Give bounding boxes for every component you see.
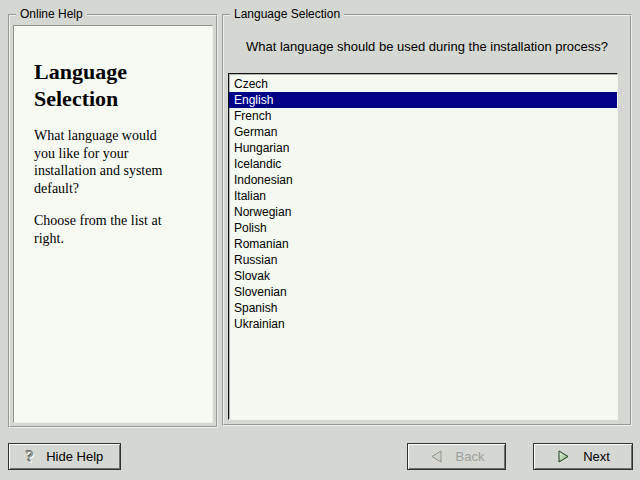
language-option[interactable]: Spanish <box>229 300 617 316</box>
language-list[interactable]: CzechEnglishFrenchGermanHungarianIceland… <box>228 73 618 420</box>
help-text-panel: Language Selection What language would y… <box>13 25 213 423</box>
next-button-label: Next <box>583 449 610 464</box>
language-option[interactable]: Russian <box>229 252 617 268</box>
language-option[interactable]: Polish <box>229 220 617 236</box>
online-help-frame-label: Online Help <box>16 7 87 21</box>
language-selection-frame: Language Selection What language should … <box>222 14 632 426</box>
hide-help-button[interactable]: ? Hide Help <box>8 443 121 470</box>
language-option[interactable]: Slovak <box>229 268 617 284</box>
language-option[interactable]: Norwegian <box>229 204 617 220</box>
help-title: Language Selection <box>34 58 212 112</box>
online-help-frame: Online Help Language Selection What lang… <box>8 14 218 428</box>
language-option[interactable]: Indonesian <box>229 172 617 188</box>
language-option[interactable]: Italian <box>229 188 617 204</box>
language-option[interactable]: English <box>229 92 617 108</box>
language-option[interactable]: German <box>229 124 617 140</box>
back-arrow-icon <box>429 449 444 464</box>
back-button[interactable]: Back <box>407 443 506 470</box>
hide-help-button-label: Hide Help <box>46 449 103 464</box>
language-option[interactable]: Slovenian <box>229 284 617 300</box>
language-option[interactable]: Ukrainian <box>229 316 617 332</box>
language-option[interactable]: Czech <box>229 76 617 92</box>
language-selection-frame-label: Language Selection <box>230 7 344 21</box>
language-option[interactable]: Romanian <box>229 236 617 252</box>
language-option[interactable]: Hungarian <box>229 140 617 156</box>
language-option[interactable]: Icelandic <box>229 156 617 172</box>
next-button[interactable]: Next <box>533 443 633 470</box>
language-question: What language should be used during the … <box>224 39 630 54</box>
question-mark-icon: ? <box>26 448 35 465</box>
help-paragraph-2: Choose from the list at right. <box>34 212 212 247</box>
language-option[interactable]: French <box>229 108 617 124</box>
help-paragraph-1: What language would you like for your in… <box>34 127 212 197</box>
back-button-label: Back <box>456 449 485 464</box>
installer-window: { "window": { "background_color": "#d5d7… <box>0 0 640 480</box>
next-arrow-icon <box>556 449 571 464</box>
